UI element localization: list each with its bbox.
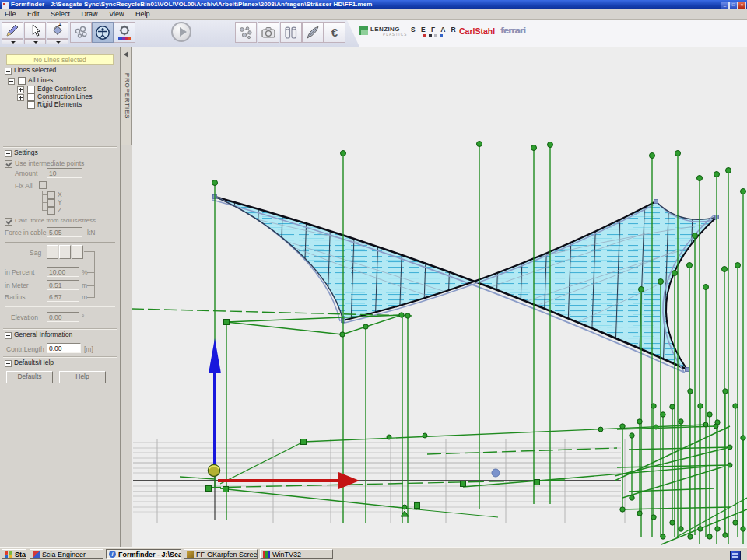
edge-controllers-checkbox[interactable] <box>27 86 35 93</box>
edge-controllers-expander[interactable] <box>17 86 24 93</box>
wintv-icon <box>263 551 270 558</box>
pencil-dropdown[interactable] <box>2 39 23 44</box>
task-wintv32[interactable]: WinTV32 <box>260 549 333 559</box>
cursor-dropdown[interactable] <box>24 39 46 44</box>
general-expander[interactable] <box>5 332 12 339</box>
rigid-elements-checkbox[interactable] <box>27 101 35 109</box>
menu-bar: File Edit Select Draw View Help <box>0 9 747 20</box>
cursor-icon <box>28 23 42 37</box>
membrane-surface[interactable] <box>202 175 731 393</box>
task-ff-gkarpfen[interactable]: FF-GKarpfen Screenshot... <box>184 549 258 559</box>
sag-option-1[interactable] <box>47 245 58 259</box>
snapshot-button[interactable] <box>258 22 279 43</box>
defaults-expander[interactable] <box>5 360 12 367</box>
task-formfinder[interactable]: i Formfinder - J:\Seaga... <box>106 549 181 559</box>
materials-button[interactable] <box>280 22 302 43</box>
lines-selected-expander[interactable] <box>5 68 12 75</box>
amount-field[interactable]: 10 <box>47 168 82 178</box>
all-lines-checkbox[interactable] <box>18 77 26 85</box>
minimize-button[interactable]: _ <box>721 2 729 9</box>
vitruvian-button[interactable] <box>92 22 114 43</box>
feather-icon <box>305 25 321 40</box>
properties-tab-label: PROPERTIES <box>124 65 131 128</box>
lines-selected-header: Lines selected <box>14 66 56 74</box>
formfinder-icon: i <box>109 551 116 558</box>
window-title: Formfinder - J:\Seagate Sync\SyncRecycle… <box>11 0 373 9</box>
elevation-field[interactable]: 0.00 <box>47 312 79 322</box>
start-label: Start <box>15 551 26 558</box>
start-button[interactable]: Start <box>2 549 26 559</box>
calc-force-checkbox[interactable] <box>5 218 12 226</box>
properties-tab[interactable]: PROPERTIES <box>121 47 132 145</box>
title-bar: Formfinder - J:\Seagate Sync\SyncRecycle… <box>0 0 747 9</box>
fix-y-checkbox[interactable] <box>47 199 55 207</box>
construction-lines-label: Construction Lines <box>37 93 92 100</box>
divider <box>3 146 117 147</box>
general-header: General Information <box>14 331 72 338</box>
sag-bracket <box>84 251 95 252</box>
x-axis-arrow-head <box>338 472 359 489</box>
fix-x-checkbox[interactable] <box>47 191 55 199</box>
fix-all-checkbox[interactable] <box>39 181 47 189</box>
radius-field[interactable]: 6.57 <box>47 292 79 302</box>
force-field[interactable]: 5.05 <box>47 227 82 237</box>
pencil-icon <box>5 23 20 37</box>
sag-label: Sag <box>30 249 41 257</box>
statics-button[interactable] <box>235 22 257 43</box>
bucket-dropdown[interactable] <box>47 39 68 44</box>
z-axis-arrow-head <box>209 338 221 373</box>
select-cursor-button[interactable] <box>24 22 46 39</box>
fill-bucket-button[interactable]: + <box>47 22 68 39</box>
force-label: Force in cable <box>5 229 46 236</box>
sag-percent-field[interactable]: 10.00 <box>47 267 79 277</box>
settings-expander[interactable] <box>5 150 12 157</box>
menu-view[interactable]: View <box>104 9 128 19</box>
menu-help[interactable]: Help <box>131 9 155 19</box>
amount-label: Amount <box>15 170 37 177</box>
all-lines-expander[interactable] <box>8 78 15 85</box>
sag-bracket <box>87 297 95 298</box>
sag-percent-unit: % <box>82 268 88 276</box>
menu-edit[interactable]: Edit <box>23 9 44 19</box>
menu-draw[interactable]: Draw <box>77 9 103 19</box>
fix-z-checkbox[interactable] <box>47 207 55 215</box>
rigid-elements-label: Rigid Elements <box>37 100 82 108</box>
formfinding-button[interactable] <box>70 22 92 43</box>
viewport-3d[interactable] <box>132 47 747 547</box>
construction-lines-expander[interactable] <box>17 94 24 101</box>
defaults-button[interactable]: Defaults <box>6 371 53 383</box>
origin-node[interactable] <box>209 465 220 477</box>
menu-select[interactable]: Select <box>46 9 75 19</box>
use-intermediate-checkbox[interactable] <box>5 160 12 168</box>
divider <box>3 328 117 329</box>
render-settings-button[interactable] <box>114 22 135 43</box>
help-button[interactable]: Help <box>59 371 106 383</box>
defaults-header: Defaults/Help <box>14 359 54 366</box>
x-axis-arrow-shaft <box>218 479 342 482</box>
sag-option-2[interactable] <box>59 245 71 259</box>
lenzing-logo-mark <box>359 26 368 35</box>
tray-icon[interactable] <box>730 551 741 560</box>
cost-button[interactable]: € <box>324 22 345 43</box>
use-intermediate-label: Use intermediate points <box>15 159 84 167</box>
elevation-label: Elevation <box>11 313 38 321</box>
contr-length-field[interactable]: 0.00 <box>47 343 81 353</box>
lenzing-logo-sub: PLASTICS <box>383 33 407 37</box>
construction-lines-checkbox[interactable] <box>27 93 35 101</box>
play-button[interactable] <box>171 22 191 42</box>
sefar-square-gray <box>434 34 437 37</box>
sag-option-3[interactable] <box>72 245 83 259</box>
sag-meter-field[interactable]: 0.51 <box>47 280 79 290</box>
scia-icon <box>33 551 40 558</box>
lenzing-logo: LENZING <box>370 26 400 33</box>
task-scia-engineer[interactable]: Scia Engineer <box>30 549 103 559</box>
menu-file[interactable]: File <box>0 9 21 19</box>
carlstahl-logo: CarlStahl <box>459 26 495 36</box>
camera-icon <box>261 26 276 40</box>
taskbar: Start Scia Engineer i Formfinder - J:\Se… <box>0 547 747 560</box>
close-button[interactable]: × <box>738 2 746 9</box>
maximize-button[interactable]: □ <box>729 2 738 9</box>
draw-pencil-button[interactable] <box>2 22 23 39</box>
sketch-button[interactable] <box>302 22 324 43</box>
euro-icon: € <box>331 26 338 39</box>
